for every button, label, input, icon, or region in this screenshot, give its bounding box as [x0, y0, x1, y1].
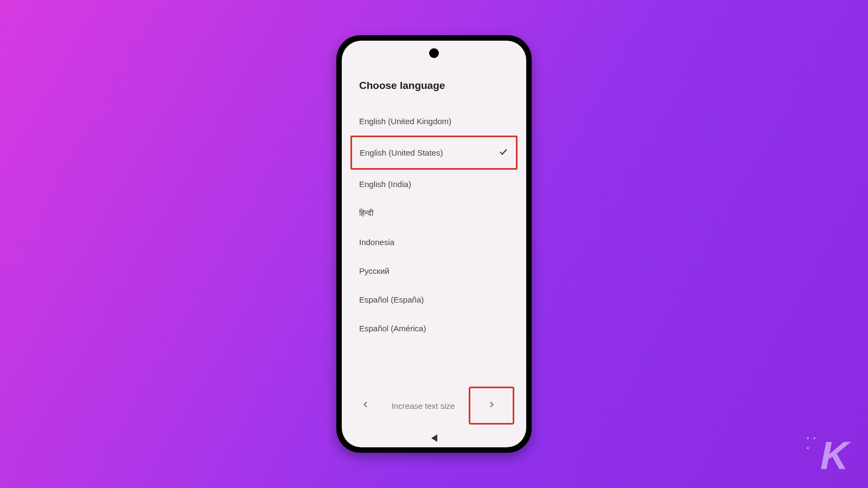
watermark-dots-icon: ∙∙∙ [806, 434, 819, 453]
next-button[interactable] [469, 387, 514, 425]
language-item-indonesia[interactable]: Indonesia [359, 228, 509, 256]
language-label: Español (España) [359, 295, 424, 304]
phone-screen: Choose language English (United Kingdom)… [342, 41, 526, 447]
android-nav-bar [342, 429, 526, 447]
language-label: English (United Kingdom) [359, 117, 451, 126]
chevron-left-icon [361, 400, 370, 411]
camera-hole [429, 48, 439, 58]
language-label: Русский [359, 266, 390, 275]
screen-content: Choose language English (United Kingdom)… [342, 41, 526, 378]
watermark-logo: ∙∙∙ K [820, 440, 846, 472]
bottom-bar: Increase text size [342, 378, 526, 429]
android-back-icon[interactable] [431, 434, 437, 442]
language-item-spanish-am[interactable]: Español (América) [359, 314, 509, 343]
language-label: Español (América) [359, 324, 426, 333]
check-icon [499, 147, 508, 158]
language-item-en-in[interactable]: English (India) [359, 170, 509, 198]
page-title: Choose language [359, 80, 509, 92]
language-item-hindi[interactable]: हिन्दी [359, 198, 509, 228]
language-item-russian[interactable]: Русский [359, 256, 509, 285]
language-item-en-us[interactable]: English (United States) [350, 136, 518, 170]
back-button[interactable] [354, 394, 378, 418]
watermark-letter: K [820, 434, 846, 477]
increase-text-size-label: Increase text size [392, 401, 455, 410]
language-label: English (United States) [360, 148, 443, 157]
language-item-spanish-es[interactable]: Español (España) [359, 285, 509, 314]
language-list: English (United Kingdom) English (United… [359, 107, 509, 343]
language-label: English (India) [359, 179, 411, 189]
language-label: हिन्दी [359, 208, 373, 218]
language-label: Indonesia [359, 237, 394, 247]
chevron-right-icon [487, 400, 496, 411]
phone-frame: Choose language English (United Kingdom)… [336, 35, 532, 453]
language-item-en-gb[interactable]: English (United Kingdom) [359, 107, 509, 136]
